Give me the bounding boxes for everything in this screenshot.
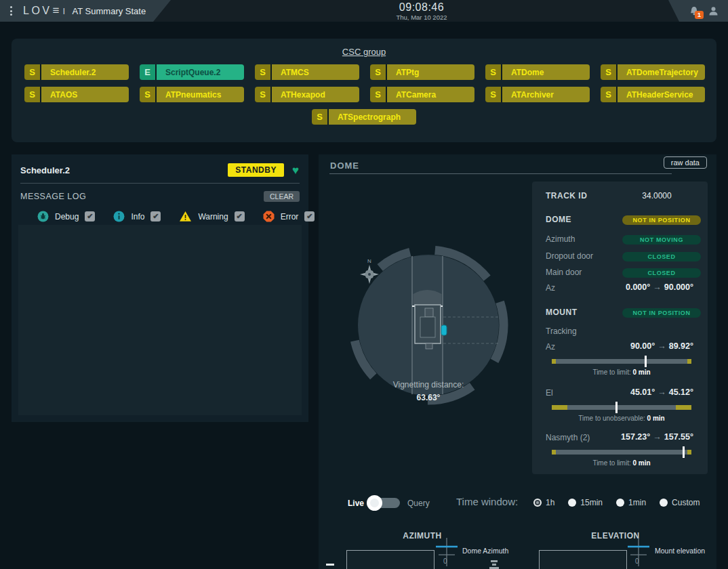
csc-label: ATPtg <box>386 64 474 80</box>
status-badge: STANDBY <box>228 163 284 177</box>
csc-button-atdometrajectory[interactable]: SATDomeTrajectory <box>601 64 705 80</box>
time-window-custom[interactable]: Custom <box>660 498 700 507</box>
dome-az-label: Az <box>546 283 555 293</box>
csc-button-atheaderservice[interactable]: SATHeaderService <box>601 87 705 102</box>
vignetting-label: Vignetting distance: <box>393 380 464 389</box>
radio-icon[interactable] <box>616 499 624 507</box>
menu-kebab-icon[interactable] <box>7 3 15 18</box>
info-checkbox[interactable]: ✔ <box>150 211 161 222</box>
heartbeat-icon: ♥ <box>292 165 299 176</box>
clock: 09:08:46 Thu, Mar 10 2022 <box>378 1 466 21</box>
radio-icon[interactable] <box>568 499 576 507</box>
top-bar: LOV≡ I AT Summary State 09:08:46 Thu, Ma… <box>0 0 728 22</box>
clock-time: 09:08:46 <box>378 1 466 14</box>
radio-label: 1h <box>546 498 554 507</box>
mount-el-current: 45.01° <box>630 387 655 397</box>
notifications-button[interactable]: 1 <box>688 5 700 17</box>
raw-data-button[interactable]: raw data <box>664 156 707 169</box>
mount-az-label: Az <box>546 342 555 352</box>
csc-button-ataos[interactable]: SATAOS <box>24 87 129 102</box>
arrow-right-icon: → <box>655 341 669 351</box>
error-icon <box>263 211 275 222</box>
main-door-status-pill: CLOSED <box>622 268 701 278</box>
radio-icon[interactable] <box>660 499 668 507</box>
csc-button-atarchiver[interactable]: SATArchiver <box>485 87 590 102</box>
time-window-1h[interactable]: 1h <box>533 498 554 507</box>
csc-state-letter: S <box>255 64 270 80</box>
csc-button-scheduler2[interactable]: SScheduler.2 <box>24 64 129 80</box>
csc-button-athexapod[interactable]: SATHexapod <box>255 87 359 102</box>
info-icon <box>113 211 125 222</box>
dropout-door-status-pill: CLOSED <box>622 252 701 261</box>
dome-azimuth-marker <box>441 325 447 335</box>
live-query-toggle[interactable] <box>369 498 400 508</box>
elevation-axis-tick: 0 <box>635 557 639 565</box>
time-window-1min[interactable]: 1min <box>616 498 646 507</box>
time-note-label: Time to limit: <box>592 459 630 467</box>
csc-button-atcamera[interactable]: SATCamera <box>370 87 474 102</box>
csc-state-letter: S <box>370 64 386 80</box>
mount-el-limit-slider <box>552 405 691 410</box>
clear-button[interactable]: CLEAR <box>264 191 300 202</box>
elevation-chart-plot <box>539 550 627 569</box>
debug-checkbox[interactable]: ✔ <box>85 211 95 222</box>
warning-checkbox[interactable]: ✔ <box>235 211 245 222</box>
csc-label: ATCamera <box>386 87 474 102</box>
filter-info: Info ✔ <box>113 211 161 222</box>
csc-state-letter: S <box>24 87 40 102</box>
csc-grid: SScheduler.2 EScriptQueue.2 SATMCS SATPt… <box>12 57 716 102</box>
mount-az-limit-slider <box>552 359 691 364</box>
warning-icon <box>179 211 192 222</box>
csc-button-atspectrograph[interactable]: SATSpectrograph <box>312 109 416 125</box>
top-bar-right: 1 <box>668 0 728 22</box>
csc-label: ATArchiver <box>501 87 590 102</box>
csc-button-atptg[interactable]: SATPtg <box>370 64 474 80</box>
nasmyth-limit-slider <box>552 450 691 455</box>
csc-label: ATHeaderService <box>616 87 705 102</box>
csc-button-atpneumatics[interactable]: SATPneumatics <box>140 87 244 102</box>
azimuth-axis-tick: 0 <box>443 557 447 565</box>
csc-button-atmcs[interactable]: SATMCS <box>255 64 359 80</box>
csc-label: ATPneumatics <box>155 87 244 102</box>
csc-state-letter: S <box>370 87 386 102</box>
filter-label: Error <box>281 212 299 222</box>
time-window-15min[interactable]: 15min <box>568 498 603 507</box>
csc-label: ATMCS <box>270 64 359 80</box>
mount-az-target: 89.92° <box>669 341 693 351</box>
divider <box>20 183 300 184</box>
telescope-legend-partial-icon <box>489 560 499 569</box>
csc-label: ATHexapod <box>270 87 359 102</box>
toggle-knob[interactable] <box>367 495 382 511</box>
dome-status-pill: NOT IN POSITION <box>622 215 701 225</box>
scheduler-panel: Scheduler.2 STANDBY ♥ MESSAGE LOG CLEAR <box>12 154 308 422</box>
filter-label: Debug <box>55 212 79 222</box>
nasmyth-current: 157.23° <box>621 432 650 442</box>
elevation-chart-title: ELEVATION <box>548 531 683 541</box>
scheduler-title: Scheduler.2 <box>20 165 220 175</box>
message-log-title: MESSAGE LOG <box>20 192 264 201</box>
top-bar-left: LOV≡ I AT Summary State <box>0 0 171 22</box>
csc-button-scriptqueue2[interactable]: EScriptQueue.2 <box>140 64 244 80</box>
dome-mount-telemetry-card: TRACK ID 34.0000 DOME NOT IN POSITION Az… <box>532 182 708 474</box>
mount-el-label: El <box>546 388 553 398</box>
error-checkbox[interactable]: ✔ <box>304 211 315 222</box>
radio-label: 1min <box>628 498 646 507</box>
csc-button-atdome[interactable]: SATDome <box>485 64 590 80</box>
slider-position-marker <box>645 356 647 367</box>
csc-state-letter: S <box>485 64 501 80</box>
notification-badge: 1 <box>695 11 704 19</box>
csc-state-letter: E <box>140 64 155 80</box>
track-id-value: 34.0000 <box>617 191 697 201</box>
csc-label: ATDomeTrajectory <box>616 64 705 80</box>
slider-left-limit <box>552 405 567 410</box>
slider-right-limit <box>687 450 691 455</box>
user-button[interactable] <box>708 5 719 17</box>
csc-grid-row3: SATSpectrograph <box>12 109 716 125</box>
logo-e-glyph: ≡ <box>53 4 60 18</box>
radio-icon[interactable] <box>533 499 542 507</box>
track-id-label: TRACK ID <box>546 191 587 201</box>
azimuth-chart-plot <box>346 550 434 569</box>
mount-el-time-note: Time to unobservable: 0 min <box>552 415 691 422</box>
nasmyth-time-note: Time to limit: 0 min <box>552 459 691 467</box>
dome-az-current: 0.000° <box>626 282 650 292</box>
